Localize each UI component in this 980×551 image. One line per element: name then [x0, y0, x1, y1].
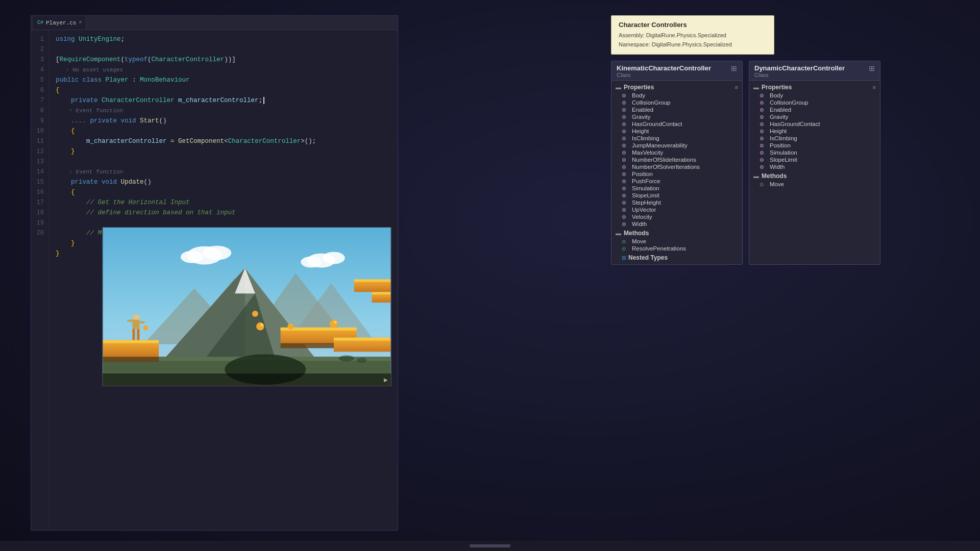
- kinematic-methods-section[interactable]: ▬ Methods: [611, 229, 742, 238]
- prop-hasgroundcontact[interactable]: ⚙HasGroundContact: [611, 120, 742, 128]
- dyn-prop-enabled[interactable]: ⚙Enabled: [749, 106, 880, 113]
- prop-icon: ⚙: [622, 150, 629, 156]
- scroll-thumb[interactable]: [470, 544, 510, 547]
- bottom-bar: [0, 541, 980, 551]
- line-numbers: 123 456 78910 111213 14151617 181920: [31, 30, 50, 530]
- svg-rect-38: [133, 315, 139, 320]
- prop-height[interactable]: ⚙Height: [611, 128, 742, 135]
- prop-icon: ⚙: [622, 129, 629, 134]
- svg-rect-40: [137, 329, 139, 340]
- prop-simulation[interactable]: ⚙Simulation: [611, 185, 742, 192]
- svg-rect-41: [128, 320, 133, 322]
- nested-toggle-icon[interactable]: ⊞: [622, 255, 626, 261]
- svg-rect-26: [372, 293, 390, 303]
- svg-point-35: [252, 311, 258, 317]
- dynamic-methods-toggle[interactable]: ▬: [753, 173, 760, 179]
- filter-icon[interactable]: ≡: [735, 84, 738, 90]
- info-card-container: Character Controllers Assembly: DigitalR…: [611, 15, 880, 265]
- prop-gravity[interactable]: ⚙Gravity: [611, 113, 742, 120]
- dyn-prop-slopelimit[interactable]: ⚙SlopeLimit: [749, 156, 880, 163]
- prop-icon: ⚙: [760, 129, 767, 134]
- prop-icon: ⚙: [622, 221, 629, 227]
- dynamic-properties-section[interactable]: ▬ Properties ≡: [749, 83, 880, 92]
- methods-label: Methods: [624, 230, 649, 237]
- prop-icon: ⚙: [760, 143, 767, 148]
- svg-point-36: [287, 323, 293, 330]
- svg-point-33: [330, 320, 338, 328]
- svg-rect-42: [139, 321, 144, 323]
- dynamic-subtitle: Class: [754, 72, 845, 78]
- dyn-prop-position[interactable]: ⚙Position: [749, 142, 880, 149]
- methods-toggle-icon[interactable]: ▬: [616, 230, 622, 236]
- dynamic-methods-section[interactable]: ▬ Methods: [749, 171, 880, 181]
- svg-point-31: [256, 322, 264, 331]
- prop-icon: ⚙: [760, 164, 767, 170]
- dyn-prop-simulation[interactable]: ⚙Simulation: [749, 149, 880, 156]
- nested-label: Nested Types: [628, 254, 668, 261]
- kinematic-subtitle: Class: [617, 72, 711, 78]
- svg-rect-29: [354, 279, 391, 282]
- tab-close-button[interactable]: ×: [79, 20, 82, 26]
- prop-numberofslideiterations[interactable]: ⚙NumberOfSlideIterations: [611, 156, 742, 163]
- prop-icon: ⚙: [622, 171, 629, 177]
- svg-rect-24: [334, 339, 390, 352]
- dynamic-properties-label: Properties: [762, 84, 792, 91]
- prop-icon: ⚙: [622, 107, 629, 113]
- dynamic-panel: DynamicCharacterController Class ⊞ ▬ Pro…: [749, 61, 880, 265]
- method-move[interactable]: ⊙Move: [611, 238, 742, 245]
- prop-icon: ⚙: [622, 164, 629, 170]
- svg-point-3: [181, 251, 203, 263]
- prop-stepheight[interactable]: ⚙StepHeight: [611, 199, 742, 206]
- prop-slopelimit[interactable]: ⚙SlopeLimit: [611, 192, 742, 199]
- prop-enabled[interactable]: ⚙Enabled: [611, 106, 742, 113]
- svg-rect-39: [132, 329, 135, 340]
- dynamic-panel-header: DynamicCharacterController Class ⊞: [749, 61, 880, 81]
- kinematic-panel-header: KinematicCharacterController Class ⊞: [611, 61, 742, 81]
- svg-point-2: [203, 246, 232, 260]
- prop-upvector[interactable]: ⚙UpVector: [611, 206, 742, 213]
- prop-pushforce[interactable]: ⚙PushForce: [611, 178, 742, 185]
- dyn-prop-gravity[interactable]: ⚙Gravity: [749, 113, 880, 120]
- properties-label: Properties: [624, 84, 654, 91]
- prop-width[interactable]: ⚙Width: [611, 220, 742, 228]
- prop-isclimbing[interactable]: ⚙IsClimbing: [611, 135, 742, 142]
- prop-icon: ⚙: [622, 214, 629, 220]
- prop-body[interactable]: ⚙Body: [611, 92, 742, 99]
- dyn-prop-body[interactable]: ⚙Body: [749, 92, 880, 99]
- info-card-assembly: Assembly: DigitalRune.Physics.Specialize…: [619, 31, 767, 40]
- svg-rect-28: [354, 281, 391, 292]
- prop-maxvelocity[interactable]: ⚙MaxVelocity: [611, 149, 742, 156]
- prop-jumpmaneuverability[interactable]: ⚙JumpManeuverability: [611, 142, 742, 149]
- dynamic-filter-icon[interactable]: ≡: [873, 84, 876, 90]
- prop-collisiongroup[interactable]: ⚙CollisionGroup: [611, 99, 742, 106]
- dynamic-title: DynamicCharacterController: [754, 64, 845, 72]
- properties-toggle-icon[interactable]: ▬: [616, 84, 622, 90]
- method-icon: ⊙: [622, 246, 629, 252]
- dyn-method-move[interactable]: ⊙Move: [749, 181, 880, 188]
- svg-point-6: [301, 257, 321, 268]
- kinematic-properties-section[interactable]: ▬ Properties ≡: [611, 83, 742, 92]
- player-cs-tab[interactable]: C# Player.cs ×: [33, 16, 86, 30]
- prop-icon: ⚙: [622, 157, 629, 163]
- kinematic-collapse-icon[interactable]: ⊞: [731, 64, 737, 72]
- prop-icon: ⚙: [760, 114, 767, 120]
- dyn-prop-isclimbing[interactable]: ⚙IsClimbing: [749, 135, 880, 142]
- svg-point-43: [143, 325, 148, 331]
- method-resolvepenetrations[interactable]: ⊙ResolvePenetrations: [611, 245, 742, 252]
- dynamic-properties-toggle[interactable]: ▬: [753, 84, 760, 90]
- dyn-prop-width[interactable]: ⚙Width: [749, 163, 880, 170]
- prop-numberofsolveriterations[interactable]: ⚙NumberOfSolverIterations: [611, 163, 742, 170]
- prop-icon: ⚙: [622, 200, 629, 206]
- dynamic-collapse-icon[interactable]: ⊞: [869, 64, 875, 72]
- dyn-prop-hasgroundcontact[interactable]: ⚙HasGroundContact: [749, 120, 880, 128]
- dynamic-methods-label: Methods: [762, 172, 787, 180]
- prop-velocity[interactable]: ⚙Velocity: [611, 213, 742, 220]
- dyn-prop-collisiongroup[interactable]: ⚙CollisionGroup: [749, 99, 880, 106]
- nested-types-row[interactable]: ⊞ Nested Types: [611, 253, 742, 262]
- prop-icon: ⚙: [622, 186, 629, 191]
- game-viewport: ▶: [102, 227, 391, 386]
- info-card-namespace: Namespace: DigitalRune.Physics.Specializ…: [619, 40, 767, 49]
- prop-position[interactable]: ⚙Position: [611, 170, 742, 178]
- dyn-prop-height[interactable]: ⚙Height: [749, 128, 880, 135]
- svg-point-34: [334, 321, 337, 324]
